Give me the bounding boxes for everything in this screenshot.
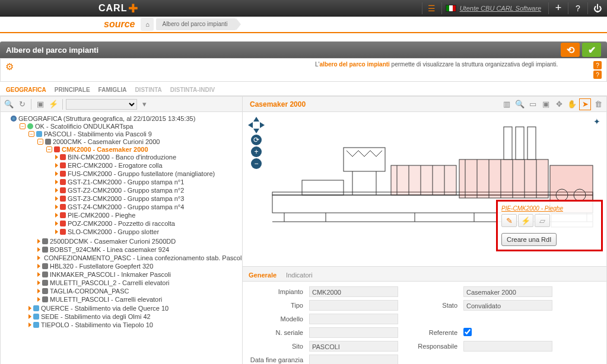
tool-pointer-icon[interactable]: ➤ <box>579 98 591 110</box>
search-icon[interactable]: 🔍 <box>3 98 15 110</box>
add-icon[interactable]: + <box>552 2 564 14</box>
gear-icon[interactable]: ⚙ <box>5 61 14 72</box>
home-icon[interactable]: ⌂ <box>141 18 154 31</box>
field-stato[interactable]: Convalidato <box>463 300 552 311</box>
tree-node: TAGLIA-CORDONA_PASC <box>37 288 241 295</box>
group-icon <box>42 280 48 286</box>
tool-move-icon[interactable]: ✥ <box>553 98 565 110</box>
filter-select[interactable] <box>66 99 137 110</box>
chevron-right-icon[interactable] <box>55 229 58 234</box>
chevron-right-icon[interactable] <box>37 280 40 285</box>
pan-up-icon[interactable] <box>253 117 259 122</box>
chevron-right-icon[interactable] <box>55 221 58 226</box>
power-icon[interactable]: ⏻ <box>592 2 603 14</box>
diagram-area[interactable]: ⟳ + − ✦ <box>243 112 606 266</box>
checkbox-referente[interactable] <box>463 328 472 336</box>
callout-edit-icon[interactable]: ✎ <box>501 214 517 227</box>
site-icon <box>36 131 42 137</box>
alerts-icon[interactable]: ☰ <box>426 2 438 14</box>
tree-node: GST-Z3-CMK2000 - Gruppo stampa n°3 <box>55 195 241 202</box>
user-link[interactable]: Utente CBU CARL Software <box>460 5 541 12</box>
chevron-right-icon[interactable] <box>37 256 40 260</box>
help-icon[interactable]: ? <box>572 2 584 14</box>
collapse-icon[interactable]: − <box>37 139 43 145</box>
group-icon <box>42 247 48 253</box>
flag-it-icon[interactable] <box>446 5 456 12</box>
chevron-right-icon[interactable] <box>55 163 58 168</box>
bolt-icon[interactable]: ⚡ <box>47 98 59 110</box>
field-tipo[interactable] <box>309 300 398 311</box>
tree-node: GST-Z4-CMK2000 - Gruppo stampa n°4 <box>55 203 241 210</box>
tree-node: HBL320 - Fustellatore Goepfert 320 <box>37 263 241 270</box>
chevron-right-icon[interactable] <box>37 239 40 244</box>
tab-geografica[interactable]: GEOGRAFICA <box>6 84 46 95</box>
callout-title[interactable]: PIE-CMK2000 - Pieghe <box>501 205 598 212</box>
dropdown-icon[interactable]: ▾ <box>138 98 150 110</box>
label-dfg: Data fine garanzia <box>250 356 303 363</box>
tool-layers-icon[interactable]: ▥ <box>501 98 513 110</box>
help-badge-icon[interactable]: ? <box>593 61 602 69</box>
field-dfg[interactable] <box>309 355 398 364</box>
tree-node: BOBST_924CMK - Linea casemaker 924 <box>37 246 241 253</box>
chevron-right-icon[interactable] <box>37 289 40 293</box>
back-button[interactable]: ⟲ <box>561 43 580 57</box>
org-icon <box>27 123 33 129</box>
callout-bolt-icon[interactable]: ⚡ <box>518 214 533 227</box>
tab-distinta-indiv[interactable]: DISTINTA-INDIV <box>170 84 215 95</box>
chevron-right-icon[interactable] <box>28 306 31 311</box>
zoom-in-icon[interactable]: + <box>251 146 262 157</box>
chevron-right-icon[interactable] <box>37 272 40 277</box>
chevron-right-icon[interactable] <box>28 323 31 327</box>
tool-delete-icon[interactable]: 🗑 <box>592 98 604 110</box>
field-modello[interactable] <box>309 314 398 324</box>
create-rdi-button[interactable]: Creare una RdI <box>501 233 557 246</box>
chevron-right-icon[interactable] <box>55 188 58 193</box>
tab-distinta[interactable]: DISTINTA <box>135 84 161 95</box>
chevron-right-icon[interactable] <box>55 196 58 201</box>
field-nseriale[interactable] <box>309 327 398 338</box>
field-impianto-desc[interactable]: Casemaker 2000 <box>463 286 552 297</box>
tab-generale[interactable]: Generale <box>249 269 277 281</box>
help-badge2-icon[interactable]: ? <box>593 71 602 79</box>
tree[interactable]: GEOGRAFICA (Struttura geografica, al 22/… <box>1 112 242 364</box>
field-sito[interactable]: PASCOLI <box>309 341 398 352</box>
breadcrumb-tab[interactable]: Albero del parco impianti <box>156 18 236 30</box>
chevron-right-icon[interactable] <box>37 297 40 302</box>
field-impianto[interactable]: CMK2000 <box>309 286 398 297</box>
refresh-icon[interactable]: ↻ <box>16 98 28 110</box>
pan-down-icon[interactable] <box>253 129 259 133</box>
tool-fit-icon[interactable]: ▣ <box>540 98 552 110</box>
chevron-right-icon[interactable] <box>37 264 40 269</box>
new-node-icon[interactable]: ▣ <box>34 98 46 110</box>
zoom-out-icon[interactable]: − <box>251 158 262 169</box>
chevron-right-icon[interactable] <box>55 213 58 218</box>
collapse-icon[interactable]: − <box>20 123 26 129</box>
collapse-icon[interactable]: − <box>28 131 34 137</box>
nav-widget: ⟳ + − <box>247 117 265 169</box>
equipment-icon <box>60 204 66 210</box>
chevron-right-icon[interactable] <box>55 155 58 159</box>
tool-zoom-icon[interactable]: 🔍 <box>514 98 526 110</box>
label-stato: Stato <box>404 302 457 309</box>
collapse-icon[interactable]: − <box>46 146 52 152</box>
tab-indicatori[interactable]: Indicatori <box>286 269 313 281</box>
detail-tabs: Generale Indicatori <box>243 266 606 282</box>
equipment-icon <box>60 229 66 235</box>
chevron-right-icon[interactable] <box>55 171 58 176</box>
tool-select-icon[interactable]: ▭ <box>527 98 539 110</box>
site-icon <box>33 314 39 320</box>
chevron-right-icon[interactable] <box>55 205 58 209</box>
confirm-button[interactable]: ✔ <box>582 43 601 57</box>
reset-zoom-icon[interactable]: ⟳ <box>251 135 262 145</box>
pan-left-icon[interactable] <box>248 122 253 128</box>
tool-hand-icon[interactable]: ✋ <box>566 98 578 110</box>
pan-right-icon[interactable] <box>260 122 265 128</box>
tab-principale[interactable]: PRINCIPALE <box>55 84 90 95</box>
chevron-right-icon[interactable] <box>55 180 58 184</box>
tab-famiglia[interactable]: FAMIGLIA <box>98 84 127 95</box>
tree-node: GST-Z1-CMK2000 - Gruppo stampa n°1 <box>55 178 241 186</box>
field-responsabile[interactable] <box>463 341 552 352</box>
callout-pan-icon[interactable]: ▱ <box>535 214 550 227</box>
chevron-right-icon[interactable] <box>37 247 40 252</box>
chevron-right-icon[interactable] <box>28 314 31 319</box>
